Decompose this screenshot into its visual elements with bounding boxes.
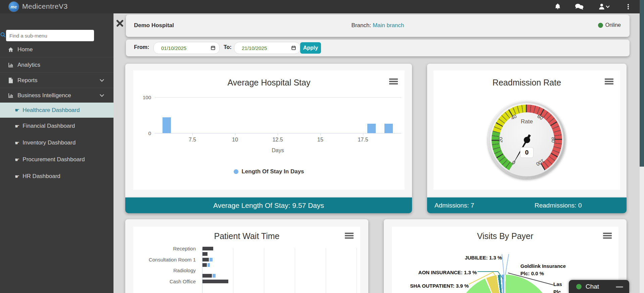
chart-title: Patient Wait Time (125, 231, 368, 241)
sidebar-subitem-hr-dashboard[interactable]: ☛ HR Dashboard (0, 168, 113, 185)
from-label: From: (134, 44, 149, 50)
x-axis-tick (320, 133, 321, 135)
online-status-dot (598, 23, 603, 28)
patient-wait-time-card: Patient Wait Time ReceptionConsultation … (125, 219, 368, 293)
branch-link[interactable]: Main branch (373, 22, 404, 28)
gridline (264, 248, 264, 293)
sidebar-subitem-label: Healthcare Dashboard (22, 107, 80, 114)
legend-marker-icon (234, 169, 238, 174)
wait-bar-dark[interactable] (202, 252, 208, 256)
date-filter-bar: From: To: Apply (126, 40, 630, 56)
wait-bar-blue[interactable] (210, 258, 213, 261)
sidebar: Home Analytics Reports Business Intellig… (0, 13, 113, 293)
messages-chat-icon[interactable] (574, 3, 584, 11)
gauge-tick-label: 20 (498, 137, 503, 143)
user-account-menu[interactable] (596, 3, 610, 11)
wait-bar-dark[interactable] (202, 280, 228, 283)
sidebar-subitem-procurement-dashboard[interactable]: ☛ Procurement Dashboard (0, 151, 113, 168)
chart-legend[interactable]: Length Of Stay In Days (133, 168, 405, 175)
pie-label-jubilee: JUBILEE: 1.3 % (452, 255, 502, 260)
pie-label-sha: SHA OUTPATIENT: 3.9 % (397, 283, 469, 289)
close-panel-button[interactable] (116, 19, 124, 27)
sidebar-subitem-healthcare-dashboard[interactable]: ☛ Healthcare Dashboard (0, 103, 113, 118)
sidebar-subitem-inventory-dashboard[interactable]: ☛ Inventory Dashboard (0, 134, 113, 151)
pie-label-partial-line1: Las (553, 281, 562, 287)
admissions-stat: Admissions: 7 (434, 202, 474, 209)
app-root: mc MedicentreV3 (0, 0, 644, 293)
wait-bar-dark[interactable] (202, 258, 209, 261)
chart-menu-button[interactable] (345, 233, 354, 240)
chart-menu-button[interactable] (605, 78, 613, 85)
chat-minimize-button[interactable] (616, 286, 623, 288)
apply-filter-button[interactable]: Apply (300, 42, 321, 54)
x-axis-tick-label: 15 (310, 137, 330, 143)
sidebar-item-reports[interactable]: Reports (0, 72, 113, 88)
chat-bubbles-icon (574, 3, 584, 10)
chart-menu-button[interactable] (603, 233, 612, 240)
column-bar[interactable] (384, 124, 393, 133)
chat-online-dot (576, 284, 582, 289)
gauge-value-box: 0 (520, 147, 534, 158)
submenu-search-input[interactable] (6, 30, 94, 41)
bar-chart-icon (7, 62, 15, 68)
chart-title: Average Hospital Stay (133, 78, 405, 87)
home-icon (7, 47, 15, 53)
sidebar-subitem-financial-dashboard[interactable]: ☛ Financial Dashboard (0, 118, 113, 134)
hospital-header-bar: Demo Hospital Branch: Main branch Online (126, 15, 630, 37)
x-axis-tick-label: 7.5 (182, 137, 202, 143)
branch-info: Branch: Main branch (352, 22, 404, 29)
to-label: To: (224, 44, 232, 50)
average-stay-footer: Average Length Of Stay: 9.57 Days (125, 197, 412, 213)
x-axis-tick (363, 133, 363, 135)
x-axis-tick-label: 10 (225, 137, 245, 143)
chevron-down-icon (100, 93, 104, 97)
pie-label-partial-line2: Plc (553, 289, 561, 293)
sidebar-item-label: Reports (17, 77, 38, 84)
page-scrollbar[interactable] (640, 0, 644, 293)
notifications-bell-icon[interactable] (553, 3, 563, 11)
gridline (154, 97, 401, 98)
chart-menu-button[interactable] (389, 78, 398, 85)
hospital-name: Demo Hospital (134, 22, 174, 29)
x-axis-tick-label: 17.5 (353, 137, 373, 143)
y-axis-tick-label: 100 (138, 95, 151, 100)
pie-label-goldlink-line2: Plc: 0.0 % (520, 271, 544, 276)
average-hospital-stay-card: Average Hospital Stay Days Length Of Sta… (125, 64, 412, 197)
hand-pointer-icon: ☛ (15, 157, 19, 163)
chevron-down-icon (100, 77, 104, 82)
column-bar[interactable] (163, 117, 171, 133)
readmission-rate-card: Readmission Rate Rate 020406080100 0 (427, 64, 627, 197)
sidebar-subitem-label: Procurement Dashboard (22, 156, 85, 163)
hand-pointer-icon: ☛ (15, 140, 19, 146)
gridline (357, 248, 357, 293)
chevron-down-icon (606, 4, 609, 8)
sidebar-item-home[interactable]: Home (0, 42, 113, 57)
to-date-input[interactable] (234, 42, 300, 54)
readmission-rate-chart: Readmission Rate Rate 020406080100 0 (433, 70, 620, 190)
top-navbar: mc MedicentreV3 (0, 0, 644, 13)
sidebar-item-business-intelligence[interactable]: Business Intelligence (0, 88, 113, 103)
y-axis-tick-label: 0 (138, 130, 151, 136)
chart-title: Visits By Payer (384, 231, 627, 241)
wait-bar-dark[interactable] (202, 247, 213, 250)
readmission-gauge: Rate 020406080100 0 (488, 101, 566, 179)
wait-bar-blue[interactable] (213, 274, 216, 278)
column-bar[interactable] (367, 124, 376, 133)
person-icon (598, 3, 605, 10)
more-options-kebab-icon[interactable] (623, 3, 633, 11)
wait-bar-dark[interactable] (202, 263, 207, 267)
hand-pointer-icon: ☛ (15, 107, 19, 113)
online-status-label: Online (605, 22, 621, 28)
x-axis-title: Days (154, 148, 401, 154)
chat-widget[interactable]: Chat (569, 280, 629, 293)
from-date-input[interactable] (153, 42, 220, 54)
average-stay-stat: Average Length Of Stay: 9.57 Days (213, 201, 324, 210)
x-axis-tick (235, 133, 235, 135)
wait-bar-dark[interactable] (202, 274, 212, 278)
x-axis-tick (278, 133, 278, 135)
brand-logo-icon[interactable]: mc (9, 2, 19, 12)
hand-pointer-icon: ☛ (15, 173, 19, 180)
sidebar-item-analytics[interactable]: Analytics (0, 57, 113, 72)
wait-bar-blue[interactable] (208, 263, 210, 267)
scrollbar-thumb[interactable] (640, 0, 644, 167)
